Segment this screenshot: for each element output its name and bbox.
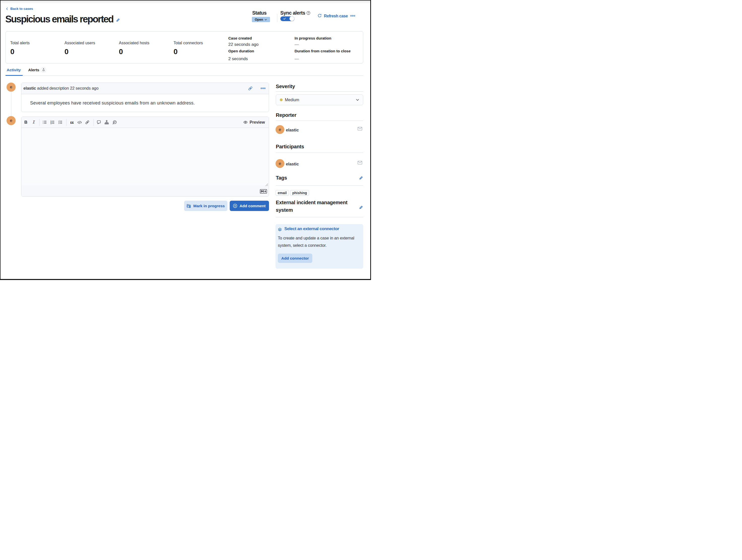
svg-text:3: 3	[51, 123, 52, 124]
